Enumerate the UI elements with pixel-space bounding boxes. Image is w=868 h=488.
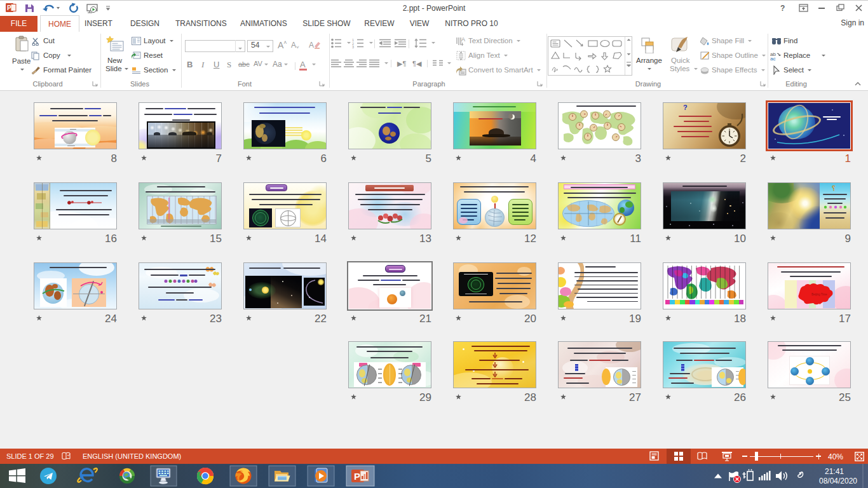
svg-text:Beijing Time: Beijing Time (811, 293, 827, 296)
svg-text:3: 3 (352, 45, 354, 48)
svg-text:A: A (309, 41, 314, 50)
svg-text:P: P (354, 471, 360, 482)
svg-text:08/04/2020: 08/04/2020 (819, 477, 857, 485)
svg-text:ac: ac (770, 56, 775, 60)
svg-text:21:41: 21:41 (825, 467, 844, 476)
svg-text:A: A (461, 36, 465, 43)
svg-text:P: P (7, 4, 11, 11)
svg-text:?: ? (780, 4, 785, 13)
